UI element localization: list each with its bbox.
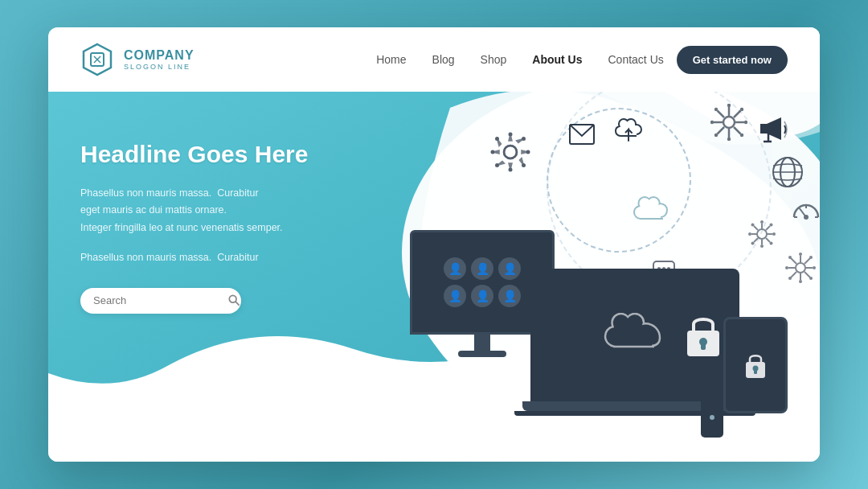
svg-point-54 xyxy=(809,256,813,259)
svg-line-84 xyxy=(766,226,770,230)
svg-point-71 xyxy=(760,244,764,248)
nav-item-about[interactable]: About Us xyxy=(532,52,582,67)
svg-point-69 xyxy=(757,229,767,239)
svg-point-51 xyxy=(785,266,788,269)
laptop-screen xyxy=(530,269,739,401)
nav-links: Home Blog Shop About Us Contact Us xyxy=(376,52,664,67)
user-circle-6: 👤 xyxy=(498,285,521,307)
svg-point-49 xyxy=(799,253,802,256)
svg-point-12 xyxy=(491,150,495,154)
illustration-area: 👤 👤 👤 👤 👤 👤 xyxy=(354,92,820,462)
tablet-device xyxy=(723,317,788,413)
svg-point-26 xyxy=(714,134,718,137)
svg-point-17 xyxy=(522,163,526,167)
svg-line-85 xyxy=(754,238,758,242)
svg-point-70 xyxy=(760,220,764,224)
tablet-lock-icon xyxy=(743,351,768,380)
search-button[interactable] xyxy=(228,294,240,307)
laptop-cloud-icon xyxy=(603,313,667,357)
laptop-lock-area xyxy=(683,310,723,361)
nav-link-contact[interactable]: Contact Us xyxy=(608,53,664,66)
svg-point-72 xyxy=(748,232,751,236)
cta-button[interactable]: Get started now xyxy=(677,46,788,74)
svg-rect-91 xyxy=(754,368,757,374)
svg-rect-88 xyxy=(701,342,706,350)
navbar: COMPANY SLOGON LINE Home Blog Shop About… xyxy=(48,27,820,92)
hero-body2: Phasellus non mauris massa. Curabitur xyxy=(80,249,308,265)
nav-link-shop[interactable]: Shop xyxy=(481,53,507,66)
svg-point-55 xyxy=(788,277,792,280)
svg-line-64 xyxy=(791,272,796,277)
svg-point-75 xyxy=(770,224,773,227)
envelope-icon xyxy=(569,124,595,150)
svg-line-7 xyxy=(235,302,239,305)
user-grid: 👤 👤 👤 👤 👤 👤 xyxy=(437,251,527,314)
svg-point-52 xyxy=(813,266,816,269)
monitor-base xyxy=(458,351,506,357)
megaphone-icon xyxy=(759,116,788,150)
cloud-upload-icon xyxy=(614,116,643,150)
lock-icon xyxy=(683,310,723,358)
nav-item-home[interactable]: Home xyxy=(376,52,406,67)
user-circle-2: 👤 xyxy=(471,257,493,280)
dashed-circle-2 xyxy=(547,76,772,301)
svg-line-62 xyxy=(805,272,810,277)
svg-point-56 xyxy=(809,277,813,280)
search-input[interactable] xyxy=(93,294,228,306)
svg-point-16 xyxy=(495,163,499,167)
search-icon xyxy=(228,294,240,306)
main-content: Headline Goes Here Phasellus non mauris … xyxy=(48,92,820,462)
svg-point-11 xyxy=(509,168,513,172)
user-circle-5: 👤 xyxy=(471,285,493,307)
svg-line-35 xyxy=(718,127,725,134)
svg-point-19 xyxy=(723,117,735,128)
svg-point-53 xyxy=(788,256,792,259)
monitor-stand xyxy=(474,335,490,351)
hero-body1: Phasellus non mauris massa. Curabiturege… xyxy=(80,185,308,236)
company-name: COMPANY xyxy=(124,48,194,63)
laptop-device xyxy=(530,269,739,413)
logo-area: COMPANY SLOGON LINE xyxy=(80,43,194,76)
svg-line-43 xyxy=(799,208,806,217)
svg-rect-18 xyxy=(570,125,594,144)
svg-line-32 xyxy=(718,111,725,118)
svg-point-25 xyxy=(740,108,743,111)
svg-point-15 xyxy=(522,137,526,141)
cloud-main-icon xyxy=(633,196,671,232)
svg-point-13 xyxy=(526,150,530,154)
svg-point-44 xyxy=(804,215,809,220)
svg-marker-36 xyxy=(760,117,781,140)
svg-point-48 xyxy=(796,263,805,273)
page-container: COMPANY SLOGON LINE Home Blog Shop About… xyxy=(48,27,820,462)
user-circle-1: 👤 xyxy=(444,257,466,280)
nav-link-about[interactable]: About Us xyxy=(532,53,582,66)
svg-point-76 xyxy=(751,242,755,245)
gear-top-right-icon xyxy=(710,104,747,149)
svg-line-61 xyxy=(791,258,796,264)
nav-item-contact[interactable]: Contact Us xyxy=(608,52,664,67)
phone-button xyxy=(710,415,714,420)
svg-point-50 xyxy=(799,280,802,283)
nav-link-blog[interactable]: Blog xyxy=(432,53,455,66)
svg-point-40 xyxy=(773,158,802,187)
svg-point-10 xyxy=(509,133,513,137)
gear-bottom-right-icon xyxy=(785,253,816,290)
svg-line-33 xyxy=(734,127,741,134)
user-circle-3: 👤 xyxy=(498,257,521,280)
phone-device xyxy=(701,397,723,438)
nav-item-shop[interactable]: Shop xyxy=(481,52,507,67)
svg-point-41 xyxy=(780,158,795,187)
nav-item-blog[interactable]: Blog xyxy=(432,52,455,67)
svg-line-82 xyxy=(754,226,758,230)
svg-point-23 xyxy=(744,121,747,124)
user-circle-4: 👤 xyxy=(444,285,466,307)
svg-point-24 xyxy=(714,108,718,111)
svg-line-63 xyxy=(805,258,810,264)
company-slogan: SLOGON LINE xyxy=(124,63,194,71)
svg-point-9 xyxy=(504,146,517,158)
nav-link-home[interactable]: Home xyxy=(376,53,406,66)
svg-rect-37 xyxy=(760,124,767,134)
gear-large-icon xyxy=(490,132,530,181)
gauge-icon xyxy=(792,196,820,226)
hero-headline: Headline Goes Here xyxy=(80,140,308,169)
